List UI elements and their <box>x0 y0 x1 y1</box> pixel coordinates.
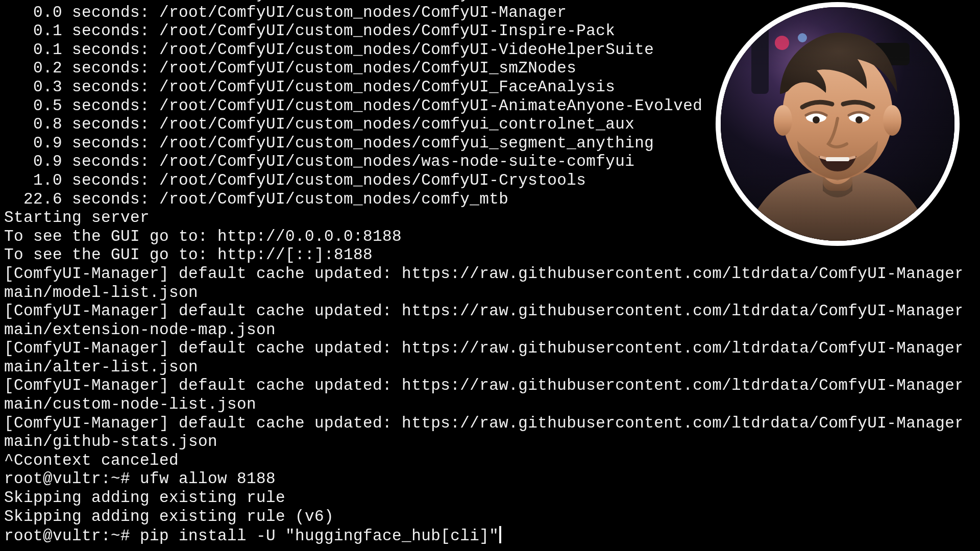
shell-prompt-active[interactable]: root@vultr:~# pip install -U "huggingfac… <box>4 526 976 546</box>
svg-rect-0 <box>721 7 954 241</box>
svg-point-11 <box>813 116 820 123</box>
svg-point-10 <box>849 112 869 122</box>
ufw-output: Skipping adding existing rule <box>4 489 976 508</box>
manager-cache-line: [ComfyUI-Manager] default cache updated:… <box>4 377 976 414</box>
text-cursor-icon <box>499 526 501 543</box>
manager-cache-line: [ComfyUI-Manager] default cache updated:… <box>4 414 976 452</box>
manager-cache-line: [ComfyUI-Manager] default cache updated:… <box>4 339 976 377</box>
right-margin <box>962 0 980 551</box>
svg-point-12 <box>855 116 863 123</box>
manager-cache-line: [ComfyUI-Manager] default cache updated:… <box>4 302 976 339</box>
ufw-output: Skipping adding existing rule (v6) <box>4 508 976 527</box>
context-canceled: ^Ccontext canceled <box>4 452 976 470</box>
presenter-silhouette-icon <box>721 7 954 241</box>
svg-rect-5 <box>823 160 852 191</box>
svg-rect-13 <box>826 157 849 161</box>
manager-cache-line: [ComfyUI-Manager] default cache updated:… <box>4 265 976 302</box>
gui-url-v6: To see the GUI go to: http://[::]:8188 <box>4 246 976 265</box>
timing-line: 0.0 seconds: /root/ComfyUI/custom_nodes/… <box>4 0 976 4</box>
svg-point-7 <box>774 105 792 136</box>
svg-point-2 <box>775 36 789 50</box>
svg-point-3 <box>798 33 807 42</box>
shell-command-line: root@vultr:~# ufw allow 8188 <box>4 470 976 489</box>
webcam-overlay <box>721 7 954 241</box>
svg-rect-4 <box>874 43 910 65</box>
svg-point-9 <box>806 112 826 122</box>
svg-point-8 <box>883 105 901 136</box>
svg-point-6 <box>782 49 893 180</box>
